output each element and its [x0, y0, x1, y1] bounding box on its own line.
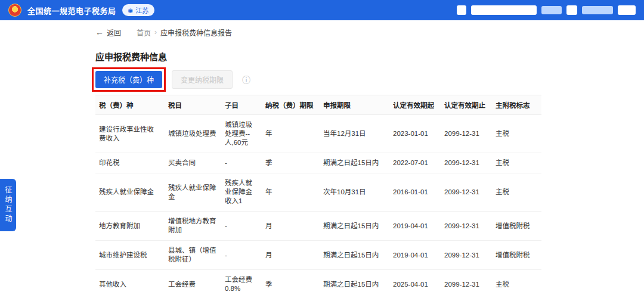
table-cell: 工会经费0.8% [221, 270, 262, 298]
column-header: 认定有效期起 [389, 95, 441, 115]
table-cell: 年 [262, 115, 320, 153]
top-header-bar: 全国统一规范电子税务局 ◉ 江苏 [0, 0, 644, 20]
table-cell: 年 [262, 173, 320, 212]
column-header: 认定有效期止 [441, 95, 492, 115]
redacted-block [541, 6, 562, 14]
table-cell: 县城、镇（增值税附征） [165, 241, 221, 270]
table-row: 印花税买卖合同-季期满之日起15日内2022-07-012099-12-31主税 [95, 153, 541, 173]
column-header: 主附税标志 [492, 95, 541, 115]
page-title: 应申报税费种信息 [95, 50, 541, 63]
tax-bureau-logo-icon [8, 4, 21, 17]
table-cell: 买卖合同 [165, 153, 221, 173]
table-cell: 残疾人就业保障金 [95, 173, 165, 212]
table-cell: 2023-01-01 [389, 115, 441, 153]
table-cell: 主税 [492, 115, 541, 153]
table-cell: 主税 [492, 153, 541, 173]
table-cell: 2099-12-31 [441, 241, 492, 270]
table-cell: 季 [262, 153, 320, 173]
table-cell: - [221, 153, 262, 173]
table-cell: 2099-12-31 [441, 270, 492, 298]
tax-types-table: 税（费）种税目子目纳税（费）期限申报期限认定有效期起认定有效期止主附税标志 建设… [95, 95, 541, 298]
table-cell: - [221, 241, 262, 270]
column-header: 纳税（费）期限 [262, 95, 320, 115]
table-cell: - [221, 212, 262, 241]
table-cell: 月 [262, 241, 320, 270]
table-cell: 地方教育附加 [95, 212, 165, 241]
breadcrumb-current: 应申报税费种信息报告 [160, 27, 232, 38]
table-cell: 城镇垃圾处理费--人,60元 [221, 115, 262, 153]
column-header: 税目 [165, 95, 221, 115]
table-row: 建设行政事业性收费收入城镇垃圾处理费城镇垃圾处理费--人,60元年当年12月31… [95, 115, 541, 153]
table-row: 城市维护建设税县城、镇（增值税附征）-月期满之日起15日内2019-04-012… [95, 241, 541, 270]
back-button-label: 返回 [107, 27, 121, 38]
table-row: 其他收入工会经费工会经费0.8%季期满之日起15日内2025-04-012099… [95, 270, 541, 298]
back-button[interactable]: ← 返回 [95, 27, 121, 38]
table-cell: 增值税地方教育附加 [165, 212, 221, 241]
table-cell: 残疾人就业保障金 [165, 173, 221, 212]
table-cell: 城市维护建设税 [95, 241, 165, 270]
redacted-block [471, 5, 537, 15]
redacted-block [566, 5, 577, 15]
table-cell: 期满之日起15日内 [320, 153, 389, 173]
interaction-side-tab[interactable]: 征纳互动 [0, 179, 16, 231]
table-cell: 主税 [492, 270, 541, 298]
table-cell: 工会经费 [165, 270, 221, 298]
table-cell: 期满之日起15日内 [320, 241, 389, 270]
table-body: 建设行政事业性收费收入城镇垃圾处理费城镇垃圾处理费--人,60元年当年12月31… [95, 115, 541, 298]
toolbar: 补充税（费）种 变更纳税期限 ⓘ [95, 71, 541, 88]
redacted-block [582, 6, 613, 14]
table-cell: 期满之日起15日内 [320, 212, 389, 241]
table-cell: 2099-12-31 [441, 153, 492, 173]
table-cell: 次年10月31日 [320, 173, 389, 212]
table-cell: 期满之日起15日内 [320, 270, 389, 298]
redacted-user-info [457, 5, 636, 15]
table-cell: 主税 [492, 173, 541, 212]
table-cell: 2016-01-01 [389, 173, 441, 212]
table-header-row: 税（费）种税目子目纳税（费）期限申报期限认定有效期起认定有效期止主附税标志 [95, 95, 541, 115]
table-cell: 增值税附税 [492, 241, 541, 270]
supplement-tax-type-button[interactable]: 补充税（费）种 [95, 71, 162, 88]
table-cell: 2022-07-01 [389, 153, 441, 173]
table-cell: 2019-04-01 [389, 241, 441, 270]
table-cell: 2099-12-31 [441, 173, 492, 212]
breadcrumb: ← 返回 首页 › 应申报税费种信息报告 [95, 27, 644, 37]
table-cell: 其他收入 [95, 270, 165, 298]
column-header: 申报期限 [320, 95, 389, 115]
table-cell: 2019-04-01 [389, 212, 441, 241]
breadcrumb-home[interactable]: 首页 [137, 27, 151, 38]
table-cell: 建设行政事业性收费收入 [95, 115, 165, 153]
table-cell: 月 [262, 212, 320, 241]
change-tax-deadline-button[interactable]: 变更纳税期限 [172, 70, 233, 89]
region-badge-label: 江苏 [135, 5, 148, 15]
column-header: 子目 [221, 95, 262, 115]
app-title: 全国统一规范电子税务局 [27, 5, 116, 16]
region-badge[interactable]: ◉ 江苏 [122, 4, 155, 16]
redacted-block [618, 5, 636, 15]
table-cell: 增值税附税 [492, 212, 541, 241]
location-pin-icon: ◉ [128, 7, 134, 14]
main-content: 应申报税费种信息 补充税（费）种 变更纳税期限 ⓘ 税（费）种税目子目纳税（费）… [95, 50, 541, 298]
table-cell: 2099-12-31 [441, 212, 492, 241]
table-cell: 城镇垃圾处理费 [165, 115, 221, 153]
back-arrow-icon: ← [95, 27, 104, 37]
table-cell: 残疾人就业保障金收入1 [221, 173, 262, 212]
table-cell: 印花税 [95, 153, 165, 173]
table-cell: 2099-12-31 [441, 115, 492, 153]
info-icon[interactable]: ⓘ [242, 73, 250, 85]
table-row: 地方教育附加增值税地方教育附加-月期满之日起15日内2019-04-012099… [95, 212, 541, 241]
table-cell: 季 [262, 270, 320, 298]
breadcrumb-separator-icon: › [154, 28, 157, 36]
table-cell: 当年12月31日 [320, 115, 389, 153]
table-row: 残疾人就业保障金残疾人就业保障金残疾人就业保障金收入1年次年10月31日2016… [95, 173, 541, 212]
table-cell: 2025-04-01 [389, 270, 441, 298]
redacted-block [457, 5, 466, 15]
column-header: 税（费）种 [95, 95, 165, 115]
